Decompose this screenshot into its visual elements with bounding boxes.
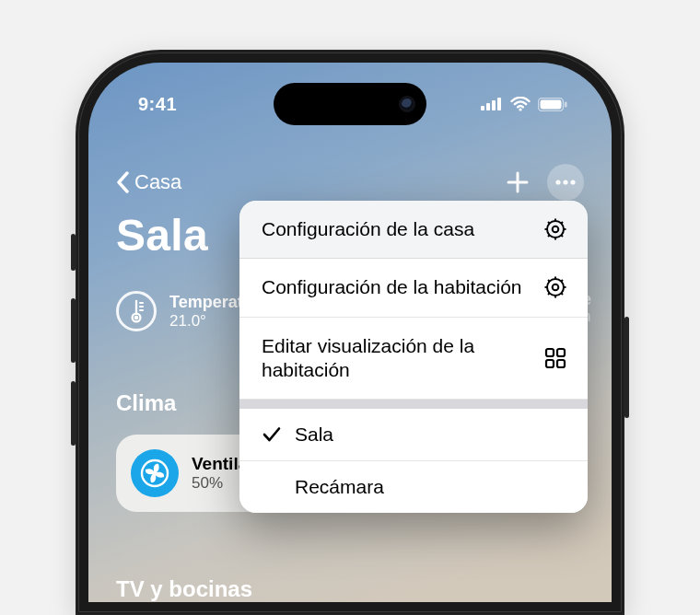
section-tv: TV y bocinas bbox=[116, 576, 252, 602]
svg-rect-41 bbox=[557, 360, 565, 367]
side-button bbox=[71, 298, 76, 363]
side-button bbox=[624, 317, 629, 418]
menu-room-label: Recámara bbox=[295, 476, 384, 498]
svg-rect-40 bbox=[546, 360, 554, 367]
svg-line-26 bbox=[548, 235, 550, 237]
svg-rect-1 bbox=[486, 103, 490, 110]
svg-line-24 bbox=[548, 222, 550, 224]
nav-bar: Casa bbox=[88, 164, 612, 201]
screen: 9:41 Casa bbox=[88, 63, 612, 602]
grid-icon bbox=[543, 347, 567, 369]
svg-rect-6 bbox=[541, 99, 562, 109]
menu-room-recamara[interactable]: Recámara bbox=[239, 460, 588, 513]
fan-icon bbox=[131, 449, 179, 497]
svg-line-25 bbox=[561, 235, 563, 237]
cellular-icon bbox=[481, 98, 503, 110]
temperature-widget[interactable]: Temperatu 21.0° bbox=[116, 291, 253, 331]
menu-separator bbox=[239, 400, 588, 409]
phone-frame: 9:41 Casa bbox=[76, 50, 624, 615]
svg-line-34 bbox=[548, 280, 550, 282]
svg-point-29 bbox=[553, 284, 559, 291]
section-climate: Clima bbox=[116, 390, 176, 416]
chevron-left-icon bbox=[116, 171, 131, 193]
svg-rect-2 bbox=[492, 100, 496, 110]
menu-item-edit-view[interactable]: Editar visualización de la habitación bbox=[239, 318, 588, 400]
menu-room-label: Sala bbox=[295, 424, 333, 446]
back-button[interactable]: Casa bbox=[116, 170, 181, 194]
menu-item-home-settings[interactable]: Configuración de la casa bbox=[239, 201, 588, 259]
menu-room-sala[interactable]: Sala bbox=[239, 409, 588, 460]
battery-icon bbox=[538, 98, 567, 111]
svg-rect-3 bbox=[497, 98, 501, 110]
svg-point-12 bbox=[134, 316, 139, 320]
page-title: Sala bbox=[116, 210, 208, 261]
more-button[interactable] bbox=[547, 164, 584, 201]
svg-rect-7 bbox=[565, 101, 567, 107]
status-time: 9:41 bbox=[138, 94, 177, 115]
svg-point-8 bbox=[555, 180, 560, 184]
svg-line-36 bbox=[548, 293, 550, 295]
status-bar: 9:41 bbox=[88, 90, 612, 118]
svg-rect-38 bbox=[546, 349, 554, 356]
side-button bbox=[71, 381, 76, 446]
svg-point-19 bbox=[553, 226, 559, 233]
gear-icon bbox=[543, 276, 567, 298]
checkmark-icon bbox=[262, 426, 282, 443]
svg-line-37 bbox=[561, 280, 563, 282]
wifi-icon bbox=[510, 97, 531, 111]
svg-point-10 bbox=[570, 180, 575, 184]
back-label: Casa bbox=[134, 170, 181, 194]
side-button bbox=[71, 234, 76, 271]
add-button[interactable] bbox=[505, 169, 531, 195]
context-menu: Configuración de la casa Configuración d… bbox=[239, 201, 588, 513]
svg-point-4 bbox=[519, 108, 521, 110]
svg-rect-0 bbox=[481, 106, 484, 110]
svg-line-35 bbox=[561, 293, 563, 295]
thermometer-icon bbox=[116, 291, 157, 331]
svg-rect-39 bbox=[557, 349, 565, 356]
gear-icon bbox=[543, 218, 567, 240]
svg-line-27 bbox=[561, 222, 563, 224]
menu-item-room-settings[interactable]: Configuración de la habitación bbox=[239, 259, 588, 317]
svg-point-9 bbox=[563, 180, 567, 184]
